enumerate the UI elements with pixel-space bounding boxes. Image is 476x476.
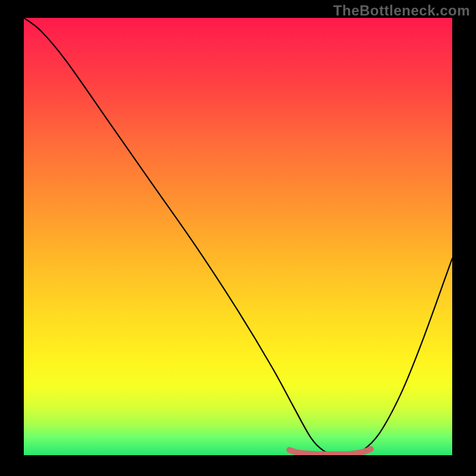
curve-layer bbox=[24, 18, 452, 455]
chart-frame: TheBottleneck.com bbox=[0, 0, 476, 476]
plot-area bbox=[24, 18, 452, 455]
optimal-range-marker bbox=[289, 449, 371, 455]
chart-svg bbox=[24, 18, 452, 455]
watermark-text: TheBottleneck.com bbox=[333, 2, 470, 19]
bottleneck-curve bbox=[24, 18, 452, 455]
